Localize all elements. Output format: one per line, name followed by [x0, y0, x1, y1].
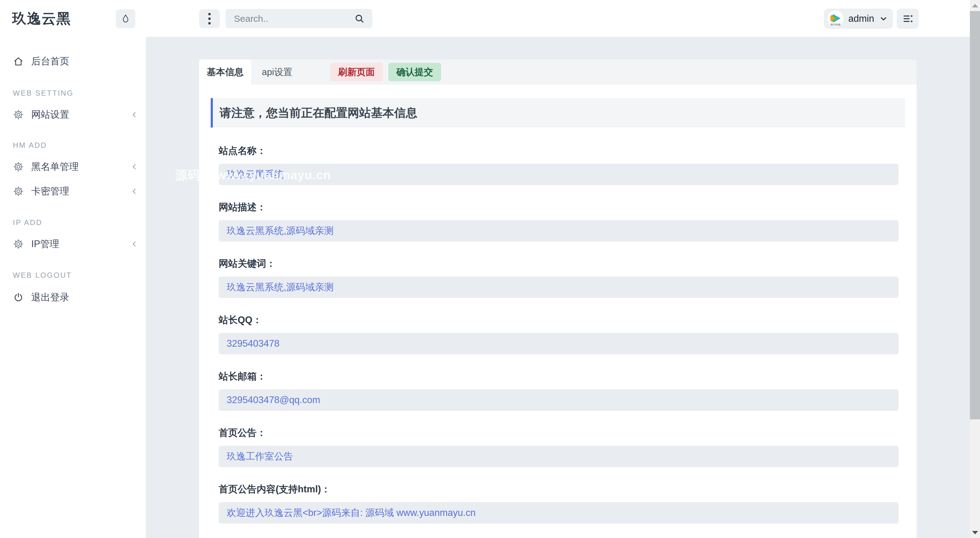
sidebar-section-ip-add: IP ADD	[13, 218, 42, 227]
field-label-site-keywords: 网站关键词：	[219, 258, 899, 269]
tab-api-settings[interactable]: api设置	[251, 59, 303, 85]
brand-logo[interactable]: 玖逸云黑	[12, 0, 71, 37]
chevron-down-icon	[879, 14, 888, 23]
home-icon	[13, 56, 24, 67]
site-description-input[interactable]	[219, 220, 899, 241]
chevron-left-icon	[130, 239, 139, 249]
sidebar-item-logout[interactable]: 退出登录	[0, 287, 146, 307]
chevron-left-icon	[130, 187, 139, 196]
search-box	[225, 9, 372, 28]
home-notice-content-input[interactable]	[219, 502, 899, 524]
lines-dots-icon	[902, 13, 913, 24]
sidebar-item-dashboard[interactable]: 后台首页	[0, 51, 146, 71]
field-label-home-notice: 首页公告：	[219, 427, 899, 438]
gear-icon	[13, 109, 24, 120]
sidebar-item-label: 后台首页	[31, 55, 69, 68]
search-input[interactable]	[234, 13, 354, 24]
droplet-icon	[120, 13, 131, 24]
scroll-up-arrow[interactable]	[970, 0, 980, 11]
user-name: admin	[848, 13, 874, 24]
search-icon	[354, 13, 365, 24]
field-label-home-notice-content: 首页公告内容(支持html)：	[219, 484, 899, 495]
sidebar-item-site-settings[interactable]: 网站设置	[0, 105, 146, 125]
power-icon	[13, 292, 24, 303]
field-label-site-description: 网站描述：	[219, 202, 899, 213]
svg-text:腾讯视频: 腾讯视频	[830, 23, 841, 26]
field-label-webmaster-email: 站长邮箱：	[219, 371, 899, 382]
form-fields: 站点名称： 网站描述： 网站关键词： 站长QQ： 站长邮箱： 首页公告： 首页公…	[219, 145, 899, 524]
kebab-icon	[208, 13, 211, 24]
sidebar-section-web-logout: WEB LOGOUT	[13, 270, 72, 280]
sidebar-item-label: 卡密管理	[31, 185, 69, 198]
chevron-left-icon	[130, 110, 139, 119]
sidebar-item-card-key[interactable]: 卡密管理	[0, 182, 146, 201]
settings-card: 基本信息 api设置 刷新页面 确认提交 请注意，您当前正在配置网站基本信息 站…	[199, 59, 916, 538]
notice-banner: 请注意，您当前正在配置网站基本信息	[211, 98, 905, 128]
webmaster-email-input[interactable]	[219, 390, 899, 411]
tab-basic-info[interactable]: 基本信息	[199, 59, 251, 85]
sidebar: 后台首页 WEB SETTING 网站设置 HM ADD	[0, 37, 146, 538]
gear-icon	[13, 238, 24, 249]
field-label-webmaster-qq: 站长QQ：	[219, 314, 899, 326]
home-notice-input[interactable]	[219, 446, 899, 467]
triangle-down-icon	[972, 531, 978, 534]
gear-icon	[13, 161, 24, 172]
site-name-input[interactable]	[219, 164, 899, 185]
user-menu-button[interactable]: 腾讯视频 admin	[824, 9, 893, 29]
sidebar-item-label: 黑名单管理	[31, 160, 79, 173]
site-keywords-input[interactable]	[219, 276, 899, 298]
field-label-site-name: 站点名称：	[219, 145, 899, 156]
sidebar-item-label: 网站设置	[31, 108, 69, 121]
main-content: 基本信息 api设置 刷新页面 确认提交 请注意，您当前正在配置网站基本信息 站…	[146, 37, 970, 538]
sidebar-item-blacklist[interactable]: 黑名单管理	[0, 157, 146, 177]
sidebar-item-label: 退出登录	[31, 291, 69, 304]
triangle-up-icon	[972, 4, 978, 7]
avatar: 腾讯视频	[827, 11, 843, 27]
sidebar-section-hm-add: HM ADD	[13, 140, 47, 150]
topbar: 玖逸云黑 腾讯视频 admin	[0, 0, 970, 37]
sidebar-item-label: IP管理	[31, 238, 59, 251]
sidebar-toggle-button[interactable]	[897, 9, 919, 29]
sidebar-item-ip-manage[interactable]: IP管理	[0, 234, 146, 254]
scroll-down-arrow[interactable]	[970, 527, 980, 538]
strip-actions: 刷新页面 确认提交	[330, 59, 441, 85]
tab-strip: 基本信息 api设置 刷新页面 确认提交	[199, 59, 916, 85]
theme-droplet-button[interactable]	[116, 9, 135, 28]
card-body: 请注意，您当前正在配置网站基本信息 站点名称： 网站描述： 网站关键词： 站长Q…	[199, 85, 916, 524]
webmaster-qq-input[interactable]	[219, 333, 899, 354]
more-options-button[interactable]	[199, 9, 220, 28]
scrollbar-thumb[interactable]	[970, 11, 980, 419]
confirm-submit-button[interactable]: 确认提交	[388, 63, 441, 81]
refresh-page-button[interactable]: 刷新页面	[330, 63, 383, 81]
vertical-scrollbar[interactable]	[970, 0, 980, 538]
gear-icon	[13, 186, 24, 197]
chevron-left-icon	[130, 162, 139, 171]
sidebar-section-web-setting: WEB SETTING	[13, 88, 73, 98]
